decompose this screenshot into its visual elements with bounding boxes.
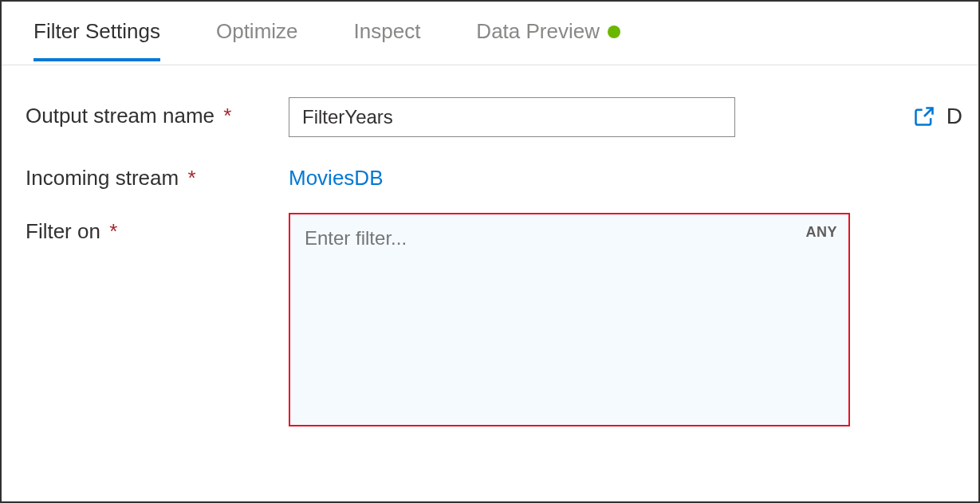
right-actions: D [913, 104, 962, 129]
open-external-icon[interactable] [913, 105, 935, 128]
tab-optimize[interactable]: Optimize [216, 19, 298, 61]
required-mark: * [187, 166, 195, 190]
label-text: Incoming stream [26, 166, 179, 190]
required-mark: * [109, 219, 117, 243]
tab-label: Optimize [216, 19, 298, 44]
filter-expression-input[interactable] [289, 213, 850, 426]
required-mark: * [223, 104, 231, 128]
filter-expression-wrap: ANY [289, 213, 850, 430]
tab-label: Data Preview [476, 19, 600, 44]
status-dot-icon [608, 26, 620, 38]
label-text: Output stream name [26, 104, 214, 128]
tab-filter-settings[interactable]: Filter Settings [33, 19, 160, 61]
row-incoming-stream: Incoming stream * MoviesDB [26, 159, 954, 191]
label-filter-on: Filter on * [26, 213, 289, 244]
form-body: D Output stream name * Incoming stream *… [2, 65, 978, 501]
tab-data-preview[interactable]: Data Preview [476, 19, 620, 61]
filter-settings-panel: Filter Settings Optimize Inspect Data Pr… [0, 0, 980, 503]
label-text: Filter on [26, 219, 100, 243]
row-output-stream-name: Output stream name * [26, 97, 954, 137]
label-output-stream-name: Output stream name * [26, 97, 289, 128]
tab-inspect[interactable]: Inspect [354, 19, 421, 61]
tab-label: Filter Settings [33, 19, 160, 44]
row-filter-on: Filter on * ANY [26, 213, 954, 430]
tab-bar: Filter Settings Optimize Inspect Data Pr… [2, 2, 978, 65]
output-stream-name-input[interactable] [289, 97, 735, 137]
truncated-text: D [947, 104, 962, 129]
label-incoming-stream: Incoming stream * [26, 159, 289, 191]
tab-label: Inspect [354, 19, 421, 44]
incoming-stream-link[interactable]: MoviesDB [289, 159, 383, 191]
